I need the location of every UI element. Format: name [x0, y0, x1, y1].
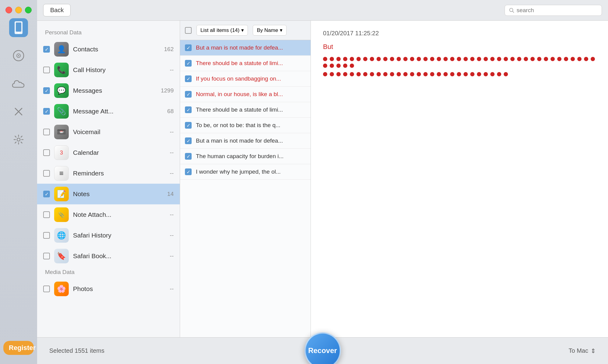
sidebar-icon-tools[interactable]	[9, 102, 28, 121]
note-check-4[interactable]: ✓	[185, 91, 192, 98]
contacts-checkbox[interactable]: ✓	[43, 46, 50, 53]
list-header: List all items (14) ▾ By Name ▾	[180, 21, 311, 40]
note-item-8[interactable]: ✓ The human capacity for burden i...	[180, 149, 311, 164]
to-mac[interactable]: To Mac ⇕	[569, 347, 596, 355]
note-item-3[interactable]: ✓ If you focus on sandbagging on...	[180, 71, 311, 87]
data-item-call-history[interactable]: 📞 Call History --	[37, 60, 180, 80]
data-item-photos[interactable]: 🌸 Photos --	[37, 279, 180, 299]
data-item-calendar[interactable]: 3 Calendar --	[37, 142, 180, 163]
note-item-2[interactable]: ✓ There should be a statute of limi...	[180, 56, 311, 71]
minimize-button[interactable]	[15, 7, 22, 13]
messages-icon: 💬	[54, 83, 69, 98]
dot	[497, 57, 501, 61]
note-item-1[interactable]: ✓ But a man is not made for defea...	[180, 40, 311, 56]
close-button[interactable]	[5, 7, 12, 13]
call-history-count: --	[170, 67, 174, 73]
sidebar-icon-phone[interactable]	[9, 18, 28, 37]
voicemail-checkbox[interactable]	[43, 129, 50, 135]
safari-book-checkbox[interactable]	[43, 253, 50, 259]
dot	[484, 72, 488, 76]
msg-att-count: 68	[167, 108, 174, 115]
note-text-4: Normal, in our house, is like a bl...	[196, 91, 306, 98]
dot	[336, 72, 341, 76]
note-item-5[interactable]: ✓ There should be a statute of limi...	[180, 102, 311, 118]
data-item-safari-book[interactable]: 🔖 Safari Book... --	[37, 246, 180, 266]
call-history-checkbox[interactable]	[43, 67, 50, 73]
search-icon	[509, 8, 514, 13]
maximize-button[interactable]	[25, 7, 32, 13]
note-check-2[interactable]: ✓	[185, 60, 192, 67]
dot	[330, 57, 334, 61]
data-panel: Personal Data ✓ 👤 Contacts 162 📞 Call Hi…	[37, 21, 180, 337]
dot	[397, 57, 401, 61]
dot	[343, 57, 347, 61]
dot	[564, 57, 568, 61]
data-item-reminders[interactable]: ≡ Reminders --	[37, 163, 180, 184]
sidebar-icon-music[interactable]	[9, 46, 28, 65]
dot	[524, 57, 528, 61]
dot	[450, 72, 454, 76]
note-check-3[interactable]: ✓	[185, 75, 192, 82]
messages-checkbox[interactable]: ✓	[43, 87, 50, 94]
note-item-9[interactable]: ✓ I wonder why he jumped, the ol...	[180, 164, 311, 180]
sort-arrow-icon: ▾	[280, 27, 283, 33]
reminders-label: Reminders	[73, 170, 165, 177]
dot	[363, 72, 367, 76]
recover-button[interactable]: Recover	[304, 332, 341, 364]
dot	[551, 57, 555, 61]
note-check-5[interactable]: ✓	[185, 106, 192, 113]
data-item-voicemail[interactable]: 📼 Voicemail --	[37, 122, 180, 142]
note-item-7[interactable]: ✓ But a man is not made for defea...	[180, 133, 311, 149]
data-item-note-att[interactable]: 📎 Note Attach... --	[37, 204, 180, 225]
data-item-messages[interactable]: ✓ 💬 Messages 1299	[37, 80, 180, 101]
safari-book-count: --	[170, 253, 174, 259]
note-check-6[interactable]: ✓	[185, 122, 192, 129]
dots-row-1	[323, 57, 596, 68]
msg-att-checkbox[interactable]: ✓	[43, 108, 50, 115]
voicemail-count: --	[170, 129, 174, 135]
note-check-1[interactable]: ✓	[185, 44, 192, 51]
search-input[interactable]	[516, 7, 597, 14]
note-att-checkbox[interactable]	[43, 211, 50, 218]
safari-hist-checkbox[interactable]	[43, 232, 50, 239]
safari-hist-count: --	[170, 232, 174, 239]
dot	[457, 57, 461, 61]
data-item-msg-att[interactable]: ✓ 📎 Message Att... 68	[37, 101, 180, 122]
contacts-count: 162	[164, 46, 174, 53]
note-text-6: To be, or not to be: that is the q...	[196, 122, 306, 129]
dot	[356, 72, 361, 76]
register-button[interactable]: Register	[3, 341, 34, 355]
dot	[350, 64, 354, 68]
dot	[403, 57, 408, 61]
sidebar-icon-cloud[interactable]	[9, 74, 28, 93]
photos-checkbox[interactable]	[43, 286, 50, 292]
dot	[423, 72, 428, 76]
sort-dropdown[interactable]: By Name ▾	[253, 25, 287, 36]
svg-line-10	[512, 11, 514, 12]
dot	[336, 64, 341, 68]
note-item-6[interactable]: ✓ To be, or not to be: that is the q...	[180, 118, 311, 133]
note-check-8[interactable]: ✓	[185, 153, 192, 160]
notes-checkbox[interactable]: ✓	[43, 191, 50, 197]
note-check-9[interactable]: ✓	[185, 168, 192, 175]
list-all-checkbox[interactable]	[185, 27, 192, 34]
dropdown-arrow-icon: ▾	[241, 27, 244, 33]
note-att-label: Note Attach...	[73, 211, 165, 218]
dot	[470, 57, 474, 61]
svg-point-8	[17, 138, 20, 141]
svg-point-2	[18, 32, 19, 34]
sidebar-icon-settings[interactable]	[9, 130, 28, 149]
note-att-icon: 📎	[54, 207, 69, 222]
dot	[437, 72, 441, 76]
data-item-safari-hist[interactable]: 🌐 Safari History --	[37, 225, 180, 246]
calendar-checkbox[interactable]	[43, 149, 50, 156]
data-item-notes[interactable]: ✓ 📝 Notes 14	[37, 184, 180, 204]
to-mac-label: To Mac	[569, 347, 588, 354]
note-check-7[interactable]: ✓	[185, 137, 192, 144]
reminders-checkbox[interactable]	[43, 170, 50, 177]
call-history-label: Call History	[73, 66, 165, 74]
data-item-contacts[interactable]: ✓ 👤 Contacts 162	[37, 39, 180, 60]
list-all-dropdown[interactable]: List all items (14) ▾	[196, 25, 248, 36]
note-item-4[interactable]: ✓ Normal, in our house, is like a bl...	[180, 87, 311, 102]
back-button[interactable]: Back	[43, 4, 71, 16]
